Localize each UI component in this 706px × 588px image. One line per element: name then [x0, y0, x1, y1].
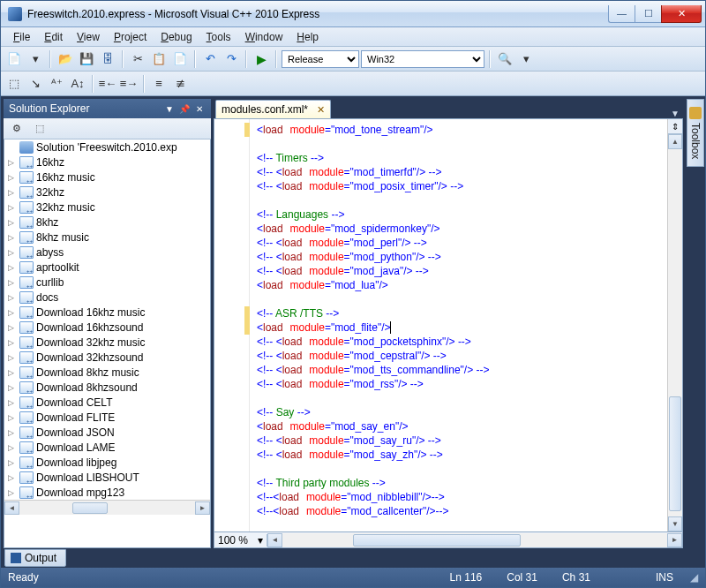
- tree-item[interactable]: ▷curllib: [4, 275, 210, 290]
- solution-explorer-header[interactable]: Solution Explorer ▼ 📌 ✕: [4, 99, 211, 118]
- close-button[interactable]: ✕: [661, 5, 702, 23]
- start-debug-button[interactable]: ▶: [252, 49, 271, 69]
- menu-window[interactable]: Window: [238, 29, 290, 45]
- minimize-button[interactable]: —: [608, 5, 635, 23]
- status-ins: INS: [656, 571, 673, 584]
- split-handle[interactable]: ⇕: [668, 119, 682, 134]
- tree-item[interactable]: ▷Download CELT: [4, 395, 210, 410]
- vscroll-thumb[interactable]: [669, 396, 681, 511]
- tree-item-label: Download 32khz music: [36, 336, 145, 349]
- right-dock: Toolbox: [686, 96, 705, 548]
- panel-pin-button[interactable]: 📌: [178, 102, 191, 115]
- zoom-select[interactable]: 100 %▾: [214, 534, 267, 547]
- editor-gutter: [214, 119, 250, 531]
- uncomment-button[interactable]: ≢: [170, 74, 190, 94]
- save-all-button[interactable]: 🗄: [98, 49, 117, 69]
- tab-list-dropdown[interactable]: ▼: [667, 109, 683, 118]
- tree-item[interactable]: ▷8khz music: [4, 230, 210, 245]
- scroll-right-button[interactable]: ►: [195, 501, 210, 515]
- tree-item[interactable]: ▷Download LAME: [4, 440, 210, 455]
- tree-item[interactable]: ▷Download LIBSHOUT: [4, 470, 210, 485]
- menu-project[interactable]: Project: [107, 29, 154, 45]
- titlebar[interactable]: Freeswitch.2010.express - Microsoft Visu…: [1, 1, 705, 27]
- menu-debug[interactable]: Debug: [154, 29, 199, 45]
- intellisense-button[interactable]: ᴬ⁺: [47, 74, 66, 94]
- new-project-button[interactable]: 📄: [4, 49, 24, 69]
- editor-hscrollbar[interactable]: ◄ ►: [267, 533, 682, 547]
- scroll-left-button[interactable]: ◄: [4, 501, 19, 515]
- toggle-markers-button[interactable]: ⬚: [4, 74, 24, 94]
- find-button[interactable]: 🔍: [495, 49, 514, 69]
- tree-item[interactable]: ▷Download FLITE: [4, 410, 210, 425]
- tree-item[interactable]: ▷8khz: [4, 215, 210, 230]
- redo-button[interactable]: ↷: [222, 49, 241, 69]
- code-editor[interactable]: <load module="mod_tone_stream"/> <!-- Ti…: [214, 118, 683, 532]
- tree-hscrollbar[interactable]: ◄ ►: [4, 500, 210, 515]
- scroll-down-button[interactable]: ▼: [668, 516, 682, 531]
- tree-item-label: 32khz music: [36, 201, 95, 214]
- show-list-button[interactable]: ↘: [26, 74, 45, 94]
- tree-item-label: 16khz music: [36, 171, 95, 184]
- show-all-files-button[interactable]: ⬚: [30, 119, 49, 139]
- platform-select[interactable]: Win32: [361, 50, 484, 68]
- tree-item[interactable]: ▷Download 16khzsound: [4, 320, 210, 335]
- change-marker: [244, 123, 250, 137]
- menu-file[interactable]: File: [6, 29, 37, 45]
- scroll-up-button[interactable]: ▲: [668, 134, 682, 149]
- decrease-indent-button[interactable]: ≡←: [98, 74, 117, 94]
- scroll-thumb[interactable]: [72, 502, 108, 514]
- increase-indent-button[interactable]: ≡→: [119, 74, 139, 94]
- open-button[interactable]: 📂: [56, 49, 75, 69]
- menu-tools[interactable]: Tools: [199, 29, 238, 45]
- tree-item-label: Download mpg123: [36, 486, 124, 499]
- tree-item[interactable]: ▷docs: [4, 290, 210, 305]
- hscroll-right-button[interactable]: ►: [667, 533, 682, 547]
- hscroll-thumb[interactable]: [353, 534, 521, 547]
- tree-item[interactable]: ▷Download mpg123: [4, 485, 210, 500]
- resize-grip[interactable]: ◢: [686, 571, 698, 584]
- tree-item[interactable]: ▷Download 32khzsound: [4, 350, 210, 365]
- output-tab[interactable]: Output: [4, 549, 66, 567]
- tree-item[interactable]: ▷Download 8khz music: [4, 365, 210, 380]
- bottom-dock: Output: [1, 548, 705, 568]
- paste-button[interactable]: 📄: [170, 49, 190, 69]
- tab-close-button[interactable]: ✕: [317, 104, 325, 116]
- hscroll-left-button[interactable]: ◄: [267, 533, 282, 547]
- parameter-info-button[interactable]: A↕: [68, 74, 87, 94]
- toolbox-tab[interactable]: Toolbox: [687, 99, 704, 167]
- tree-item[interactable]: ▷32khz: [4, 185, 210, 200]
- config-select[interactable]: Release: [282, 50, 359, 68]
- main-toolbar: 📄 ▾ 📂 💾 🗄 ✂ 📋 📄 ↶ ↷ ▶ Release Win32 🔍 ▾: [1, 47, 705, 72]
- maximize-button[interactable]: ☐: [635, 5, 661, 23]
- tree-item[interactable]: ▷Download JSON: [4, 425, 210, 440]
- panel-dropdown-button[interactable]: ▼: [163, 102, 176, 115]
- tree-item[interactable]: ▷Download 32khz music: [4, 335, 210, 350]
- cut-button[interactable]: ✂: [128, 49, 147, 69]
- toolbar-overflow-button[interactable]: ▾: [516, 49, 536, 69]
- tree-item[interactable]: ▷Download libjpeg: [4, 455, 210, 470]
- comment-button[interactable]: ≡: [149, 74, 169, 94]
- solution-tree[interactable]: Solution 'Freeswitch.2010.exp ▷16khz▷16k…: [4, 139, 211, 548]
- menu-edit[interactable]: Edit: [37, 29, 70, 45]
- properties-button[interactable]: ⚙: [7, 119, 26, 139]
- tree-item[interactable]: ▷Download 8khzsound: [4, 380, 210, 395]
- add-item-button[interactable]: ▾: [26, 49, 45, 69]
- tree-item[interactable]: ▷aprtoolkit: [4, 260, 210, 275]
- tree-item[interactable]: ▷Download 16khz music: [4, 305, 210, 320]
- tree-item[interactable]: ▷abyss: [4, 245, 210, 260]
- code-content[interactable]: <load module="mod_tone_stream"/> <!-- Ti…: [214, 119, 667, 522]
- undo-button[interactable]: ↶: [200, 49, 220, 69]
- menu-view[interactable]: View: [70, 29, 107, 45]
- tree-item[interactable]: ▷16khz music: [4, 170, 210, 185]
- panel-close-button[interactable]: ✕: [193, 102, 206, 115]
- tree-item[interactable]: ▷16khz: [4, 155, 210, 170]
- document-tab-active[interactable]: modules.conf.xml* ✕: [215, 100, 331, 118]
- menu-help[interactable]: Help: [289, 29, 326, 45]
- editor-vscrollbar[interactable]: ⇕ ▲ ▼: [667, 119, 682, 531]
- toolbox-icon: [689, 107, 702, 119]
- tree-item[interactable]: ▷32khz music: [4, 200, 210, 215]
- app-icon: [8, 7, 22, 21]
- copy-button[interactable]: 📋: [149, 49, 169, 69]
- tree-root[interactable]: Solution 'Freeswitch.2010.exp: [4, 139, 210, 155]
- save-button[interactable]: 💾: [77, 49, 96, 69]
